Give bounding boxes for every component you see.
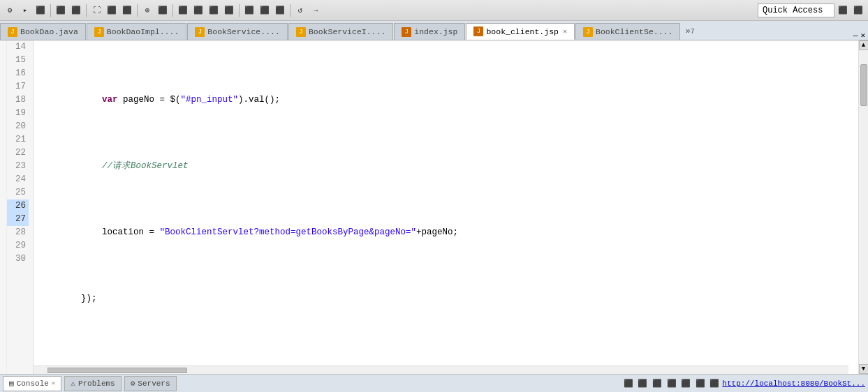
toolbar-icon-9[interactable]: ⊕ <box>140 3 154 17</box>
status-tab-problems[interactable]: ⚠ Problems <box>64 376 121 391</box>
toolbar-icon-6[interactable]: ⛶ <box>89 3 103 17</box>
line-num-28: 28 <box>7 226 29 239</box>
code-line-16: location = "BookClientServlet?method=get… <box>39 226 858 239</box>
hscroll-thumb[interactable] <box>47 368 187 373</box>
line-num-21: 21 <box>7 133 29 146</box>
status-bar: ▤ Console ✕ ⚠ Problems ⚙ Servers ⬛ ⬛ ⬛ ⬛… <box>0 374 868 392</box>
tab-label-bookservice: BookService.... <box>207 27 280 36</box>
line-num-14: 14 <box>7 40 29 54</box>
status-tab-problems-label: Problems <box>78 379 115 388</box>
tab-icon-bookdao: J <box>8 27 17 37</box>
status-tab-console-label: Console <box>17 379 49 388</box>
status-right: ⬛ ⬛ ⬛ ⬛ ⬛ ⬛ ⬛ http://localhost:8080/Book… <box>624 379 865 388</box>
toolbar-icon-13[interactable]: ⬛ <box>207 3 221 17</box>
tab-label-bookclientjsp: book_client.jsp <box>486 27 559 36</box>
line-num-24: 24 <box>7 173 29 186</box>
toolbar-icon-5[interactable]: ⬛ <box>69 3 83 17</box>
line-num-29: 29 <box>7 239 29 252</box>
line-num-17: 17 <box>7 80 29 93</box>
tab-bookservice[interactable]: J BookService.... <box>187 23 288 40</box>
scrollbar-thumb[interactable] <box>860 64 867 106</box>
toolbar-icon-16[interactable]: ⬛ <box>258 3 272 17</box>
toolbar-icon-20[interactable]: ⬛ <box>836 3 850 17</box>
editor-container: 14 15 16 17 18 19 20 21 22 23 24 25 26 2… <box>0 40 868 374</box>
window-close[interactable]: ✕ <box>860 31 865 40</box>
status-tab-console[interactable]: ▤ Console ✕ <box>3 376 61 391</box>
tab-bookdaoimpl[interactable]: J BookDaoImpl.... <box>87 23 187 40</box>
tab-label-indexjsp: index.jsp <box>414 27 457 36</box>
code-line-14: var pageNo = $("#pn_input").val(); <box>39 93 858 107</box>
line-num-16: 16 <box>7 67 29 80</box>
toolbar: ⚙ ▸ ⬛ ⬛ ⬛ ⛶ ⬛ ⬛ ⊕ ⬛ ⬛ ⬛ ⬛ ⬛ ⬛ ⬛ ⬛ ↺ → Qu… <box>0 0 868 21</box>
tab-label-bookservicel: BookServiceI.... <box>309 27 385 36</box>
quick-access-input[interactable]: Quick Access <box>758 3 834 17</box>
toolbar-icon-4[interactable]: ⬛ <box>54 3 68 17</box>
status-tab-servers-label: Servers <box>138 379 170 388</box>
tab-icon-bookclientse: J <box>583 27 593 37</box>
line-num-23: 23 <box>7 160 29 173</box>
line-num-26: 26 <box>7 199 29 213</box>
left-margin <box>0 40 7 374</box>
tab-label-bookdao: BookDao.java <box>20 27 78 36</box>
toolbar-sep-2 <box>86 4 87 17</box>
tab-icon-bookservicel: J <box>296 27 306 37</box>
toolbar-icon-11[interactable]: ⬛ <box>176 3 190 17</box>
status-icons: ⬛ ⬛ ⬛ ⬛ ⬛ ⬛ ⬛ <box>624 379 720 388</box>
toolbar-icon-10[interactable]: ⬛ <box>156 3 170 17</box>
toolbar-icon-17[interactable]: ⬛ <box>273 3 287 17</box>
console-icon: ▤ <box>9 379 14 388</box>
quick-access-label: Quick Access <box>763 6 823 15</box>
tab-icon-bookdaoimpl: J <box>94 27 104 37</box>
tab-icon-indexjsp: J <box>402 27 411 37</box>
toolbar-icon-14[interactable]: ⬛ <box>222 3 236 17</box>
tab-icon-bookservice: J <box>195 27 205 37</box>
tab-bookclientjsp[interactable]: J book_client.jsp ✕ <box>466 23 575 40</box>
code-line-15: //请求BookServlet <box>39 160 858 173</box>
toolbar-icon-19[interactable]: → <box>309 3 323 17</box>
tab-overflow[interactable]: »7 <box>681 23 698 40</box>
code-area[interactable]: var pageNo = $("#pn_input").val(); //请求B… <box>34 40 858 374</box>
status-url: http://localhost:8080/BookSt... <box>722 379 865 388</box>
line-num-30: 30 <box>7 252 29 266</box>
tab-indexjsp[interactable]: J index.jsp <box>394 23 465 40</box>
tab-bookservicel[interactable]: J BookServiceI.... <box>288 23 393 40</box>
console-tab-close[interactable]: ✕ <box>52 379 55 387</box>
toolbar-icon-1[interactable]: ⚙ <box>3 3 17 17</box>
toolbar-icon-12[interactable]: ⬛ <box>191 3 205 17</box>
code-line-17: }); <box>39 292 858 306</box>
line-num-27: 27 <box>7 213 29 226</box>
line-num-25: 25 <box>7 186 29 199</box>
servers-icon: ⚙ <box>131 379 135 388</box>
line-num-18: 18 <box>7 93 29 107</box>
line-num-15: 15 <box>7 54 29 67</box>
toolbar-icon-21[interactable]: ⬛ <box>851 3 865 17</box>
toolbar-icon-18[interactable]: ↺ <box>293 3 307 17</box>
problems-icon: ⚠ <box>71 379 75 388</box>
toolbar-sep-4 <box>172 4 173 17</box>
toolbar-sep-3 <box>137 4 138 17</box>
tab-bar: J BookDao.java J BookDaoImpl.... J BookS… <box>0 21 868 40</box>
toolbar-icon-2[interactable]: ▸ <box>18 3 32 17</box>
scroll-up-button[interactable]: ▲ <box>859 40 869 50</box>
line-num-20: 20 <box>7 120 29 133</box>
toolbar-icon-15[interactable]: ⬛ <box>242 3 256 17</box>
scrollbar-vertical[interactable]: ▲ ▼ <box>858 40 868 374</box>
line-numbers: 14 15 16 17 18 19 20 21 22 23 24 25 26 2… <box>7 40 34 374</box>
tab-bookdao[interactable]: J BookDao.java <box>0 23 86 40</box>
tab-label-bookclientse: BookClientSe.... <box>596 27 672 36</box>
tab-icon-bookclientjsp: J <box>473 27 483 36</box>
tab-bookclientse[interactable]: J BookClientSe.... <box>575 23 680 40</box>
hscroll-bar[interactable] <box>34 365 848 374</box>
toolbar-icon-7[interactable]: ⬛ <box>105 3 119 17</box>
line-num-22: 22 <box>7 146 29 160</box>
toolbar-sep-1 <box>50 4 51 17</box>
toolbar-icon-3[interactable]: ⬛ <box>34 3 47 17</box>
tab-close-bookclientjsp[interactable]: ✕ <box>563 27 567 36</box>
window-minimize[interactable]: — <box>853 31 858 40</box>
toolbar-icon-8[interactable]: ⬛ <box>120 3 134 17</box>
status-tab-servers[interactable]: ⚙ Servers <box>124 376 177 391</box>
scroll-down-button[interactable]: ▼ <box>859 364 869 374</box>
line-num-19: 19 <box>7 107 29 120</box>
code-content: var pageNo = $("#pn_input").val(); //请求B… <box>34 40 858 374</box>
tab-label-bookdaoimpl: BookDaoImpl.... <box>107 27 179 36</box>
